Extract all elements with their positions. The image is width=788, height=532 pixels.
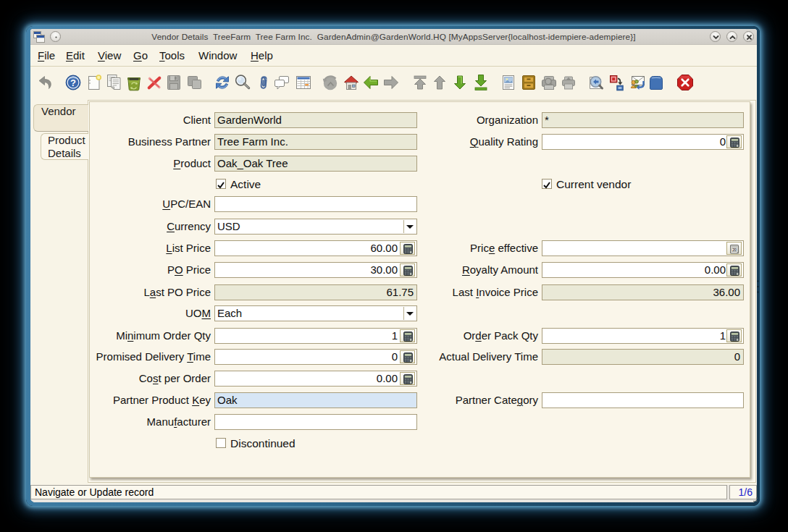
svg-text:?: ? (70, 77, 76, 88)
svg-text:20: 20 (732, 248, 737, 252)
